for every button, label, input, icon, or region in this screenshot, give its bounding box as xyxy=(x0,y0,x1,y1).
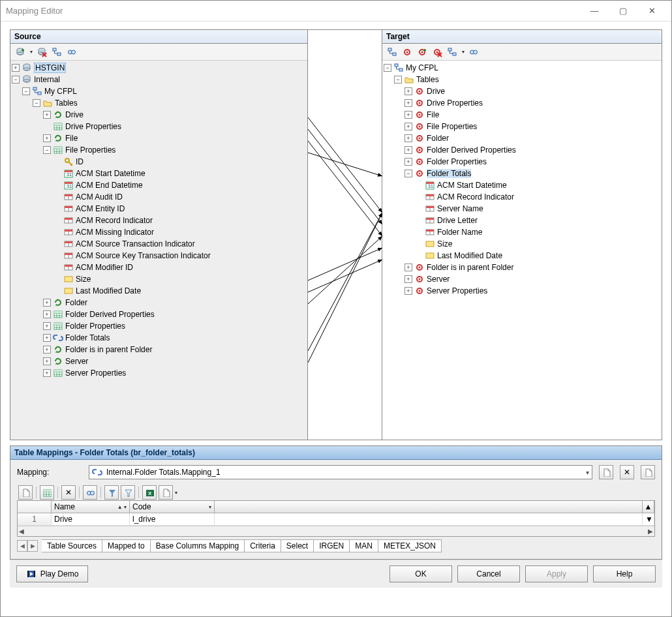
tab-irgen[interactable]: IRGEN xyxy=(314,539,350,552)
tab-metex-json[interactable]: METEX_JSON xyxy=(378,539,442,552)
source-fp-acm-missing[interactable]: ACM Missing Indicator xyxy=(53,226,307,238)
column-name[interactable]: Name▲ ▾ xyxy=(52,501,130,513)
grid-find-button[interactable] xyxy=(83,485,97,500)
target-ft-acm-start[interactable]: ACM Start Datetime xyxy=(415,179,662,191)
ok-button[interactable]: OK xyxy=(389,565,452,582)
source-node-server[interactable]: +Server xyxy=(43,355,307,367)
scrollbar-bottom[interactable]: ▼ xyxy=(643,513,654,525)
target-model-button[interactable] xyxy=(446,46,459,59)
target-node-file[interactable]: +File xyxy=(405,109,662,121)
scrollbar-top[interactable]: ▲ xyxy=(643,501,654,513)
tab-man[interactable]: MAN xyxy=(350,539,378,552)
tab-table-sources[interactable]: Table Sources xyxy=(42,539,102,552)
source-fp-id[interactable]: ID xyxy=(53,156,307,168)
source-node-folder-totals[interactable]: +Folder Totals xyxy=(43,332,307,344)
target-ft-size[interactable]: Size xyxy=(415,238,662,250)
tab-next[interactable]: ▶ xyxy=(27,540,38,552)
play-demo-button[interactable]: Play Demo xyxy=(16,565,88,582)
tab-base-columns[interactable]: Base Columns Mapping xyxy=(151,539,245,552)
source-node-internal[interactable]: − Internal xyxy=(12,74,307,85)
row-code[interactable]: l_drive xyxy=(130,513,215,525)
target-node-server-props[interactable]: +Server Properties xyxy=(405,285,662,297)
model-button[interactable] xyxy=(50,46,63,59)
tab-prev[interactable]: ◀ xyxy=(17,540,27,552)
source-node-folder-derived[interactable]: +Folder Derived Properties xyxy=(43,308,307,320)
target-icon-button[interactable] xyxy=(401,46,414,59)
source-node-server-props[interactable]: +Server Properties xyxy=(43,367,307,379)
target-node-file-props[interactable]: +File Properties xyxy=(405,121,662,132)
target-ft-folder-name[interactable]: Folder Name xyxy=(415,226,662,238)
mapping-options-button[interactable] xyxy=(641,465,655,479)
create-mapping-button[interactable] xyxy=(386,46,399,59)
target-node-folder-parent[interactable]: +Folder is in parent Folder xyxy=(405,262,662,273)
source-node-mycfpl[interactable]: − My CFPL xyxy=(22,85,307,97)
cancel-button[interactable]: Cancel xyxy=(457,565,520,582)
minimize-button[interactable]: — xyxy=(580,1,609,21)
find-button[interactable] xyxy=(65,46,78,59)
grid-filter-button[interactable] xyxy=(104,485,119,500)
add-datasource-button[interactable] xyxy=(14,46,27,59)
source-node-tables[interactable]: − Tables xyxy=(33,97,307,109)
property-icon xyxy=(425,203,435,214)
tab-criteria[interactable]: Criteria xyxy=(245,539,281,552)
apply-button[interactable]: Apply xyxy=(525,565,588,582)
target-add-button[interactable] xyxy=(416,46,429,59)
grid-delete-button[interactable]: ✕ xyxy=(61,485,76,500)
source-node-file-props[interactable]: −File Properties xyxy=(43,144,307,156)
source-node-drive[interactable]: +Drive xyxy=(43,109,307,121)
target-node-folder-derived[interactable]: +Folder Derived Properties xyxy=(405,144,662,156)
target-remove-button[interactable] xyxy=(431,46,444,59)
grid-excel-button[interactable] xyxy=(142,485,157,500)
source-fp-acm-start[interactable]: ACM Start Datetime xyxy=(53,168,307,179)
target-node-tables[interactable]: − Tables xyxy=(394,74,662,85)
row-number[interactable]: 1 xyxy=(18,513,52,525)
mapping-delete-button[interactable]: ✕ xyxy=(620,465,634,479)
source-fp-acm-audit[interactable]: ACM Audit ID xyxy=(53,191,307,203)
target-node-mycfpl[interactable]: − My CFPL xyxy=(384,62,662,74)
tab-select[interactable]: Select xyxy=(281,539,314,552)
mapping-combobox[interactable]: ▾ xyxy=(89,465,592,479)
add-datasource-dropdown[interactable]: ▾ xyxy=(29,46,33,59)
source-fp-acm-srckey[interactable]: ACM Source Key Transaction Indicator xyxy=(53,250,307,262)
source-fp-size[interactable]: Size xyxy=(53,273,307,285)
mapping-input[interactable] xyxy=(105,467,583,477)
source-node-folder[interactable]: +Folder xyxy=(43,297,307,308)
hscrollbar[interactable]: ◀▶ xyxy=(18,526,654,536)
source-node-file[interactable]: +File xyxy=(43,132,307,144)
target-ft-drive-letter[interactable]: Drive Letter xyxy=(415,215,662,226)
source-fp-acm-record[interactable]: ACM Record Indicator xyxy=(53,215,307,226)
target-ft-server-name[interactable]: Server Name xyxy=(415,203,662,215)
grid-filter2-button[interactable] xyxy=(121,485,135,500)
column-code[interactable]: Code▾ xyxy=(130,501,215,513)
target-node-folder[interactable]: +Folder xyxy=(405,132,662,144)
grid-table-button[interactable] xyxy=(40,485,54,500)
remove-datasource-button[interactable] xyxy=(35,46,48,59)
source-node-folder-parent[interactable]: +Folder is in parent Folder xyxy=(43,344,307,355)
target-node-folder-props[interactable]: +Folder Properties xyxy=(405,156,662,168)
row-name[interactable]: Drive xyxy=(52,513,130,525)
tab-mapped-to[interactable]: Mapped to xyxy=(102,539,151,552)
help-button[interactable]: Help xyxy=(593,565,656,582)
target-find-button[interactable] xyxy=(467,46,480,59)
maximize-button[interactable]: ▢ xyxy=(609,1,637,21)
target-node-drive[interactable]: +Drive xyxy=(405,85,662,97)
property-icon xyxy=(63,262,74,273)
source-node-folder-props[interactable]: +Folder Properties xyxy=(43,320,307,332)
target-model-dropdown[interactable]: ▾ xyxy=(461,46,465,59)
target-node-drive-props[interactable]: +Drive Properties xyxy=(405,97,662,109)
mapping-new-button[interactable] xyxy=(599,465,613,479)
source-node-hstgin[interactable]: + HSTGIN xyxy=(12,62,307,74)
source-fp-acm-modifier[interactable]: ACM Modifier ID xyxy=(53,262,307,273)
close-button[interactable]: ✕ xyxy=(637,1,666,21)
target-node-server[interactable]: +Server xyxy=(405,273,662,285)
target-ft-lastmod[interactable]: Last Modified Date xyxy=(415,250,662,262)
grid-more-button[interactable] xyxy=(159,485,173,500)
target-node-folder-totals[interactable]: −Folder Totals xyxy=(405,168,662,179)
target-ft-acm-record[interactable]: ACM Record Indicator xyxy=(415,191,662,203)
source-fp-acm-end[interactable]: ACM End Datetime xyxy=(53,179,307,191)
source-fp-acm-entity[interactable]: ACM Entity ID xyxy=(53,203,307,215)
source-fp-lastmod[interactable]: Last Modified Date xyxy=(53,285,307,297)
source-node-drive-props[interactable]: Drive Properties xyxy=(43,121,307,132)
insert-row-button[interactable] xyxy=(18,485,33,500)
source-fp-acm-srctx[interactable]: ACM Source Transaction Indicator xyxy=(53,238,307,250)
